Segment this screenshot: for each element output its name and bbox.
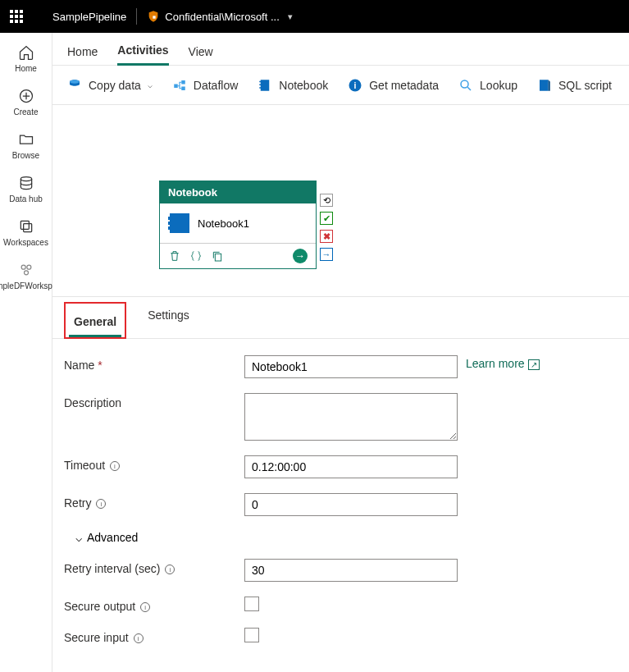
chevron-down-icon: ⌵ <box>148 80 153 89</box>
svg-rect-3 <box>21 221 29 229</box>
activities-toolbar: Copy data ⌵ Dataflow Notebook i Get meta… <box>52 66 629 105</box>
svg-rect-15 <box>260 87 262 89</box>
notebook-activity-card[interactable]: Notebook Notebook1 → <box>159 181 317 269</box>
success-connector-icon[interactable]: ✔ <box>320 212 333 225</box>
retry-input[interactable] <box>244 493 458 516</box>
search-icon <box>458 78 473 93</box>
activity-actions: → <box>160 243 316 268</box>
properties-panel: General Settings Learn more↗ Name * Desc… <box>52 296 629 672</box>
svg-point-5 <box>21 265 25 269</box>
svg-rect-11 <box>181 86 185 90</box>
dataflow-button[interactable]: Dataflow <box>172 78 238 93</box>
retry-interval-label: Retry interval (sec) i <box>64 559 244 575</box>
info-icon[interactable]: i <box>165 565 175 574</box>
lookup-button[interactable]: Lookup <box>458 78 517 93</box>
info-icon[interactable]: i <box>110 461 120 471</box>
chevron-down-icon[interactable]: ▾ <box>288 11 293 22</box>
copy-data-button[interactable]: Copy data ⌵ <box>67 78 153 93</box>
completion-connector-icon[interactable]: → <box>320 248 333 261</box>
svg-rect-13 <box>260 80 262 82</box>
workspace-icon <box>18 262 34 278</box>
activity-header: Notebook <box>160 181 316 203</box>
sql-icon <box>537 78 552 93</box>
rail-workspaces[interactable]: Workspaces <box>2 218 51 247</box>
home-icon <box>18 44 34 61</box>
left-rail: Home Create Browse Data hub Workspaces S… <box>0 33 52 672</box>
secure-input-checkbox[interactable] <box>244 628 259 642</box>
activity-name: Notebook1 <box>198 217 249 230</box>
tab-home[interactable]: Home <box>67 45 98 65</box>
braces-icon[interactable] <box>189 249 203 263</box>
sql-script-button[interactable]: SQL script <box>537 78 612 93</box>
svg-rect-14 <box>260 84 262 85</box>
chevron-down-icon: ⌵ <box>75 531 82 544</box>
props-tab-settings[interactable]: Settings <box>143 300 194 339</box>
timeout-label: Timeout i <box>64 455 244 472</box>
svg-point-6 <box>26 265 30 269</box>
shield-icon <box>147 10 160 23</box>
rail-create[interactable]: Create <box>2 88 51 117</box>
svg-text:i: i <box>354 80 357 89</box>
info-icon: i <box>348 78 362 93</box>
rail-home[interactable]: Home <box>2 44 51 73</box>
svg-rect-12 <box>261 80 270 91</box>
svg-rect-10 <box>181 80 185 85</box>
external-link-icon: ↗ <box>528 359 540 370</box>
description-input[interactable] <box>244 393 458 441</box>
svg-rect-20 <box>215 254 221 261</box>
tab-view[interactable]: View <box>189 45 213 65</box>
folder-icon <box>18 131 34 148</box>
svg-point-2 <box>21 177 31 181</box>
plus-circle-icon <box>18 88 34 104</box>
delete-icon[interactable] <box>168 249 181 263</box>
deactivate-icon[interactable]: ⟲ <box>320 194 333 207</box>
fail-connector-icon[interactable]: ✖ <box>320 230 333 243</box>
svg-rect-4 <box>23 224 31 232</box>
description-label: Description <box>64 393 244 409</box>
name-label: Name * <box>64 355 244 372</box>
pipeline-canvas[interactable]: Notebook Notebook1 → ⟲ ✔ ✖ <box>52 105 629 296</box>
advanced-toggle[interactable]: ⌵ Advanced <box>75 531 629 544</box>
notebook-button[interactable]: Notebook <box>258 78 328 93</box>
activity-connectors: ⟲ ✔ ✖ → <box>320 194 333 261</box>
notebook-icon <box>170 213 189 233</box>
info-icon[interactable]: i <box>96 499 106 509</box>
get-metadata-button[interactable]: i Get metadata <box>348 78 439 93</box>
secure-input-label: Secure input i <box>64 628 244 644</box>
svg-point-8 <box>70 80 80 84</box>
database-icon <box>18 175 34 191</box>
secure-output-label: Secure output i <box>64 597 244 613</box>
props-tab-general[interactable]: General <box>69 307 121 337</box>
pipeline-name: SamplePipeline <box>52 11 126 23</box>
ribbon-tabs: Home Activities View <box>52 33 629 66</box>
waffle-icon[interactable] <box>10 10 23 23</box>
rail-browse[interactable]: Browse <box>2 131 51 160</box>
svg-rect-19 <box>540 80 549 91</box>
svg-rect-0 <box>153 16 156 18</box>
tab-activities[interactable]: Activities <box>117 43 168 66</box>
info-icon[interactable]: i <box>140 602 150 612</box>
svg-point-18 <box>461 80 468 88</box>
retry-interval-input[interactable] <box>244 559 458 582</box>
workspaces-icon <box>18 218 34 235</box>
learn-more-link[interactable]: Learn more↗ <box>466 357 540 370</box>
timeout-input[interactable] <box>244 455 458 478</box>
retry-label: Retry i <box>64 493 244 510</box>
copy-data-icon <box>67 78 82 93</box>
notebook-icon <box>258 78 272 93</box>
dataflow-icon <box>172 78 187 93</box>
copy-icon[interactable] <box>211 249 224 263</box>
separator <box>136 8 137 25</box>
rail-datahub[interactable]: Data hub <box>2 175 51 203</box>
general-tab-highlight: General <box>64 302 126 339</box>
svg-point-7 <box>24 271 28 275</box>
top-bar: SamplePipeline Confidential\Microsoft ..… <box>0 0 629 33</box>
info-icon[interactable]: i <box>134 633 144 643</box>
sensitivity-label[interactable]: Confidential\Microsoft ... <box>165 11 279 23</box>
name-input[interactable] <box>244 355 458 378</box>
rail-sample-workspace[interactable]: SampleDFWorkspace <box>2 262 51 290</box>
run-icon[interactable]: → <box>293 249 308 263</box>
svg-rect-9 <box>174 84 178 88</box>
secure-output-checkbox[interactable] <box>244 597 259 611</box>
